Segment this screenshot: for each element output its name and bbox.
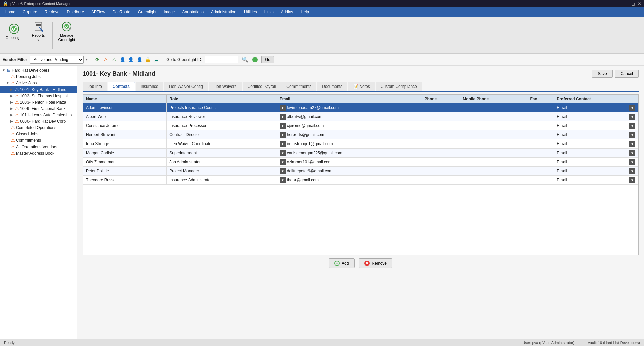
tab-documents[interactable]: Documents (317, 82, 347, 91)
tab-notes[interactable]: 📝 Notes (348, 82, 375, 91)
warning-orange-icon[interactable]: ⚠ (102, 56, 109, 63)
sidebar-item-completed-ops[interactable]: ⚠ Completed Operations (0, 124, 77, 131)
col-header-mobile[interactable]: Mobile Phone (460, 95, 527, 103)
tab-custom-compliance[interactable]: Custom Compliance (376, 82, 422, 91)
tab-job-info[interactable]: Job Info (83, 82, 107, 91)
preferred-dropdown-button[interactable]: ▼ (629, 150, 635, 156)
manage-greenlight-button[interactable]: Manage Greenlight (55, 18, 78, 45)
titlebar-controls[interactable]: – ◻ ✕ (626, 1, 641, 6)
tab-contacts[interactable]: Contacts (108, 82, 135, 91)
tab-lien-waivers[interactable]: Lien Waivers (209, 82, 242, 91)
col-header-phone[interactable]: Phone (422, 95, 460, 103)
greenlight-id-input[interactable] (205, 56, 238, 63)
menu-links[interactable]: Links (261, 9, 277, 15)
tab-certified-payroll[interactable]: Certified Payroll (243, 82, 281, 91)
preferred-dropdown-button[interactable]: ▼ (629, 132, 635, 138)
lock-icon[interactable]: 🔒 (144, 56, 151, 63)
col-header-role[interactable]: Role (167, 95, 277, 103)
col-header-name[interactable]: Name (83, 95, 167, 103)
menu-utilities[interactable]: Utilities (240, 9, 260, 15)
contacts-tbody: Adam LevinsonProjects Insurance Coor...▼… (83, 103, 638, 185)
sidebar-item-closed-jobs[interactable]: ⚠ Closed Jobs (0, 131, 77, 137)
sidebar-item-job-6000[interactable]: ▶ ⚠ 6000- Hard Hat Dev Corp (0, 118, 77, 124)
sidebar-item-master-address[interactable]: ⚠ Master Address Book (0, 150, 77, 156)
cancel-button[interactable]: Cancel (615, 70, 639, 78)
reports-button[interactable]: Reports ▼ (27, 18, 50, 45)
email-dropdown-button[interactable]: ▼ (280, 150, 286, 156)
sidebar-root[interactable]: ▼ ⊞ Hard Hat Developers (0, 67, 77, 73)
col-header-email[interactable]: Email (277, 95, 422, 103)
email-dropdown-button[interactable]: ▼ (280, 105, 286, 111)
menu-capture[interactable]: Capture (19, 9, 41, 15)
menu-docroute[interactable]: DocRoute (109, 9, 133, 15)
menu-image[interactable]: Image (160, 9, 178, 15)
menu-help[interactable]: Help (297, 9, 312, 15)
table-row[interactable]: Irma StrongeLien Waiver Coordinator▼irma… (83, 139, 638, 149)
email-dropdown-button[interactable]: ▼ (280, 123, 286, 129)
all-ops-vendors-label: All Operations Vendors (16, 145, 57, 149)
menu-home[interactable]: Home (1, 9, 19, 15)
sidebar-item-job-1009[interactable]: ▶ ⚠ 1009- First National Bank (0, 105, 77, 112)
warning-green-icon[interactable]: ⚠ (110, 56, 118, 63)
sidebar-item-commitments[interactable]: ⚠ Commitments (0, 137, 77, 143)
sidebar-item-job-1001[interactable]: ▶ ⚠ 1001- Key Bank - Midland (0, 86, 77, 93)
menu-administration[interactable]: Administration (208, 9, 240, 15)
save-button[interactable]: Save (592, 70, 612, 78)
remove-contact-button[interactable]: ✕ Remove (359, 258, 392, 268)
table-row[interactable]: Herbert StravaniContract Director▼herber… (83, 130, 638, 139)
menu-apflow[interactable]: APFlow (88, 9, 108, 15)
job-1002-warning-icon: ⚠ (15, 93, 19, 98)
cloud-icon[interactable]: ☁ (152, 56, 160, 63)
status-dropdown[interactable]: Active and Pending All Active Pending Co… (30, 56, 84, 64)
menu-annotations[interactable]: Annotations (179, 9, 207, 15)
preferred-dropdown-button[interactable]: ▼ (629, 105, 635, 111)
email-dropdown-button[interactable]: ▼ (280, 114, 286, 120)
sidebar-item-all-ops-vendors[interactable]: ⚠ All Operations Vendors (0, 143, 77, 150)
sidebar-item-job-1002[interactable]: ▶ ⚠ 1002- St. Thomas Hospital (0, 93, 77, 99)
go-button[interactable]: Go (261, 56, 274, 63)
sidebar-item-job-1011[interactable]: ▶ ⚠ 1011- Lexus Auto Dealership (0, 112, 77, 118)
col-header-preferred-contact[interactable]: Preferred Contact (554, 95, 638, 103)
search-icon[interactable]: 🔍 (241, 56, 249, 63)
preferred-dropdown-button[interactable]: ▼ (629, 177, 635, 183)
tab-commitments[interactable]: Commitments (281, 82, 316, 91)
contact-role-cell: Job Administrator (167, 158, 277, 167)
email-dropdown-button[interactable]: ▼ (280, 132, 286, 138)
person-blue-icon[interactable]: 👤 (127, 56, 135, 63)
menu-retrieve[interactable]: Retrieve (41, 9, 63, 15)
sidebar-item-job-1003[interactable]: ▶ ⚠ 1003- Renton Hotel Plaza (0, 99, 77, 105)
email-dropdown-button[interactable]: ▼ (280, 177, 286, 183)
tab-insurance[interactable]: Insurance (136, 82, 163, 91)
table-row[interactable]: Albert WooInsurance Reviewer▼albertw@gma… (83, 112, 638, 121)
email-dropdown-button[interactable]: ▼ (280, 159, 286, 165)
preferred-dropdown-button[interactable]: ▼ (629, 168, 635, 174)
refresh-icon[interactable]: ⟳ (94, 56, 101, 63)
person-orange-icon[interactable]: 👤 (136, 56, 143, 63)
contact-email-cell: ▼dolittlepeter9@gmail.com (277, 167, 422, 176)
sidebar-item-pending-jobs[interactable]: ⚠ Pending Jobs (0, 73, 77, 80)
sidebar-item-active-jobs[interactable]: ▼ ⚠ Active Jobs (0, 80, 77, 86)
restore-button[interactable]: ◻ (631, 1, 635, 6)
table-row[interactable]: Otis ZimmermanJob Administrator▼ozimmer1… (83, 158, 638, 167)
preferred-dropdown-button[interactable]: ▼ (629, 141, 635, 147)
col-header-fax[interactable]: Fax (527, 95, 554, 103)
person-green-icon[interactable]: 👤 (119, 56, 126, 63)
menu-addins[interactable]: Addins (278, 9, 297, 15)
add-contact-button[interactable]: + Add (329, 258, 355, 268)
preferred-dropdown-button[interactable]: ▼ (629, 159, 635, 165)
email-dropdown-button[interactable]: ▼ (280, 141, 286, 147)
preferred-dropdown-button[interactable]: ▼ (629, 114, 635, 120)
table-row[interactable]: Constance JeromeInsurance Processor▼cjer… (83, 121, 638, 130)
greenlight-button[interactable]: Greenlight (3, 18, 25, 45)
email-dropdown-button[interactable]: ▼ (280, 168, 286, 174)
tab-lien-waiver-config[interactable]: Lien Waiver Config (164, 82, 208, 91)
table-row[interactable]: Morgan CarlisleSuperintendent▼carlislemo… (83, 149, 638, 158)
table-row[interactable]: Peter DolittleProject Manager▼dolittlepe… (83, 167, 638, 176)
menu-distribute[interactable]: Distribute (63, 9, 87, 15)
minimize-button[interactable]: – (626, 1, 629, 6)
preferred-dropdown-button[interactable]: ▼ (629, 123, 635, 129)
close-button[interactable]: ✕ (638, 1, 641, 6)
table-row[interactable]: Adam LevinsonProjects Insurance Coor...▼… (83, 103, 638, 112)
menu-greenlight[interactable]: Greenlight (135, 9, 160, 15)
table-row[interactable]: Theodore RussellInsurance Administrator▼… (83, 176, 638, 185)
